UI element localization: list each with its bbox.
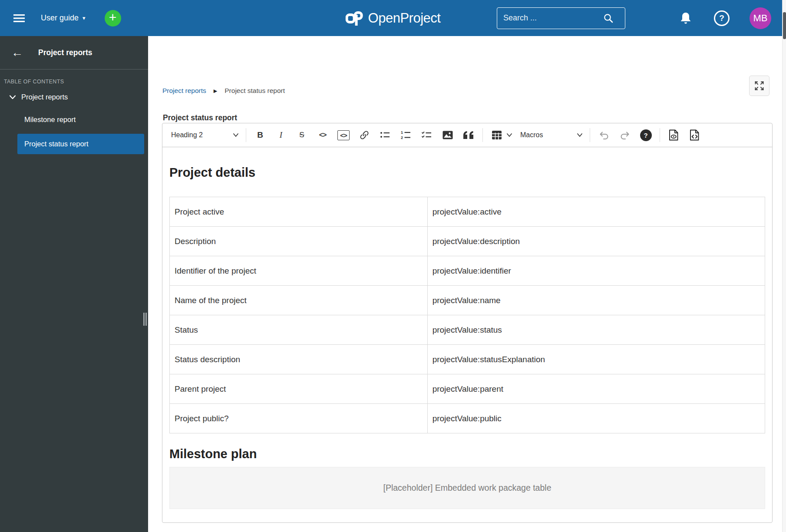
detail-label-cell[interactable]: Status description — [170, 345, 428, 374]
svg-text:2: 2 — [401, 135, 403, 140]
search-input[interactable] — [503, 13, 603, 23]
global-add-button[interactable]: + — [105, 10, 121, 26]
scrollbar-thumb[interactable] — [783, 12, 786, 39]
back-arrow-icon[interactable]: ← — [11, 47, 23, 59]
chevron-down-icon — [233, 133, 239, 137]
sidebar-item-label: Project status report — [24, 140, 89, 148]
italic-button[interactable]: I — [274, 128, 288, 142]
sidebar-resize-handle[interactable] — [143, 313, 148, 326]
numbered-list-button[interactable]: 12 — [399, 128, 413, 142]
view-source-button[interactable] — [687, 128, 702, 142]
code-block-button[interactable]: <> — [336, 128, 351, 142]
caret-down-icon: ▾ — [83, 15, 86, 21]
table-options-chevron[interactable] — [505, 128, 514, 142]
sidebar-item-project-status-report[interactable]: Project status report — [17, 134, 144, 154]
todo-list-icon — [422, 131, 432, 139]
macros-dropdown[interactable]: Macros — [517, 127, 586, 143]
user-avatar[interactable]: MB — [750, 7, 771, 29]
page-scrollbar — [782, 0, 786, 532]
inline-code-button[interactable]: <> — [315, 128, 330, 142]
detail-value-cell[interactable]: projectValue:public — [427, 404, 765, 433]
chevron-down-icon — [577, 133, 583, 137]
todo-list-button[interactable] — [419, 128, 434, 142]
bold-button[interactable]: B — [253, 128, 268, 142]
global-search[interactable] — [497, 7, 625, 29]
sidebar-item-milestone-report[interactable]: Milestone report — [24, 116, 148, 124]
bulleted-list-button[interactable] — [378, 128, 393, 142]
detail-label-cell[interactable]: Status — [170, 315, 428, 345]
expand-icon — [755, 81, 764, 90]
wiki-sidebar: ← Project reports TABLE OF CONTENTS Proj… — [0, 36, 148, 532]
detail-value-cell[interactable]: projectValue:name — [427, 286, 765, 315]
detail-value-cell[interactable]: projectValue:active — [427, 197, 765, 227]
fullscreen-expand-button[interactable] — [749, 76, 769, 96]
svg-text:1: 1 — [401, 130, 403, 135]
chevron-down-icon — [506, 133, 512, 137]
wiki-editor: Heading 2 B I S <> <> 12 — [162, 123, 773, 523]
breadcrumb-current: Project status report — [225, 87, 285, 95]
link-button[interactable] — [357, 128, 372, 142]
section-heading-milestone-plan[interactable]: Milestone plan — [169, 447, 765, 461]
heading-style-dropdown[interactable]: Heading 2 — [168, 127, 242, 143]
detail-label-cell[interactable]: Project public? — [170, 404, 428, 433]
table-row: Identifier of the project projectValue:i… — [170, 256, 765, 286]
plus-icon: + — [109, 11, 117, 24]
help-icon[interactable]: ? — [714, 10, 730, 26]
avatar-initials: MB — [753, 13, 768, 24]
strikethrough-button[interactable]: S — [294, 128, 309, 142]
redo-button[interactable] — [618, 128, 632, 142]
apps-grid-icon[interactable] — [645, 12, 657, 24]
detail-label-cell[interactable]: Project active — [170, 197, 428, 227]
notifications-bell-icon[interactable] — [679, 11, 692, 25]
table-row: Description projectValue:description — [170, 227, 765, 256]
page-title: Project status report — [163, 113, 237, 122]
section-heading-project-details[interactable]: Project details — [169, 165, 765, 180]
project-selector-label: User guide — [41, 13, 79, 23]
table-row: Status projectValue:status — [170, 315, 765, 345]
undo-button[interactable] — [597, 128, 611, 142]
editor-help-button[interactable]: ? — [638, 128, 653, 142]
embedded-work-package-placeholder[interactable]: [Placeholder] Embedded work package tabl… — [169, 467, 765, 509]
editor-toolbar: Heading 2 B I S <> <> 12 — [162, 123, 772, 147]
project-selector-dropdown[interactable]: User guide ▾ — [41, 13, 86, 23]
detail-label-cell[interactable]: Parent project — [170, 374, 428, 404]
breadcrumb-link-project-reports[interactable]: Project reports — [162, 87, 206, 95]
detail-value-cell[interactable]: projectValue:identifier — [427, 256, 765, 286]
table-row: Name of the project projectValue:name — [170, 286, 765, 315]
table-row: Project active projectValue:active — [170, 197, 765, 227]
detail-label-cell[interactable]: Name of the project — [170, 286, 428, 315]
undo-icon — [599, 131, 609, 139]
block-quote-button[interactable] — [461, 128, 476, 142]
main-content: Project reports ▶ Project status report … — [148, 36, 782, 532]
detail-label-cell[interactable]: Description — [170, 227, 428, 256]
detail-value-cell[interactable]: projectValue:statusExplanation — [427, 345, 765, 374]
bulleted-list-icon — [380, 131, 390, 139]
project-details-table: Project active projectValue:active Descr… — [169, 197, 765, 433]
breadcrumb: Project reports ▶ Project status report — [162, 87, 285, 95]
placeholder-text: [Placeholder] Embedded work package tabl… — [383, 483, 552, 493]
top-header-bar: User guide ▾ + OpenProject ? MB — [0, 0, 786, 36]
detail-value-cell[interactable]: projectValue:status — [427, 315, 765, 345]
hamburger-menu-icon[interactable] — [10, 10, 28, 27]
help-question-mark: ? — [719, 13, 724, 23]
search-icon — [603, 13, 614, 23]
table-row: Status description projectValue:statusEx… — [170, 345, 765, 374]
openproject-logo[interactable]: OpenProject — [346, 10, 441, 27]
openproject-logo-text: OpenProject — [368, 10, 441, 26]
detail-value-cell[interactable]: projectValue:description — [427, 227, 765, 256]
sidebar-item-project-reports[interactable]: Project reports — [9, 93, 148, 101]
detail-value-cell[interactable]: projectValue:parent — [427, 374, 765, 404]
table-icon — [492, 130, 502, 140]
openproject-logo-mark — [346, 10, 364, 27]
breadcrumb-chevron-icon: ▶ — [214, 88, 217, 94]
preview-markup-button[interactable] — [667, 128, 681, 142]
detail-label-cell[interactable]: Identifier of the project — [170, 256, 428, 286]
insert-image-button[interactable] — [440, 128, 455, 142]
editor-help-icon: ? — [640, 129, 652, 141]
insert-table-button[interactable] — [489, 128, 504, 142]
redo-icon — [620, 131, 630, 139]
editor-content[interactable]: Project details Project active projectVa… — [162, 165, 772, 509]
quote-icon — [463, 131, 474, 139]
sidebar-title: Project reports — [38, 48, 92, 57]
macros-label: Macros — [520, 131, 543, 139]
